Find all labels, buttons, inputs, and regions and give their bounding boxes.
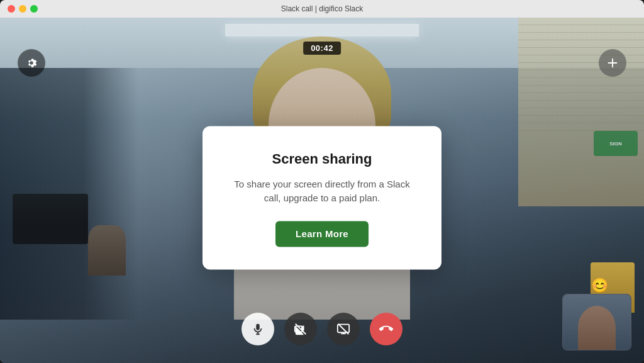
- emoji-button[interactable]: 😊: [590, 276, 609, 295]
- maximize-button[interactable]: [30, 5, 38, 13]
- close-button[interactable]: [8, 5, 15, 13]
- screen-sharing-modal: Screen sharing To share your screen dire…: [203, 126, 441, 269]
- app-window: Slack call | digifico Slack SIGN: [0, 0, 644, 363]
- controls-bar: [242, 313, 402, 345]
- traffic-lights: [8, 5, 38, 13]
- video-button[interactable]: [284, 313, 317, 345]
- title-bar: Slack call | digifico Slack: [0, 0, 644, 18]
- call-timer: 00:42: [303, 42, 341, 55]
- learn-more-button[interactable]: Learn More: [275, 221, 369, 247]
- minimize-button[interactable]: [19, 5, 26, 13]
- window-title: Slack call | digifico Slack: [281, 4, 364, 13]
- microphone-icon: [251, 322, 265, 336]
- modal-description: To share your screen directly from a Sla…: [225, 177, 419, 206]
- settings-button[interactable]: [18, 49, 45, 77]
- add-participant-button[interactable]: [599, 49, 626, 77]
- plus-icon: [606, 56, 619, 70]
- video-off-icon: [294, 322, 308, 336]
- gear-icon: [25, 56, 38, 70]
- video-area: SIGN: [0, 18, 644, 363]
- phone-end-icon: [379, 322, 393, 336]
- screen-share-icon: [336, 322, 350, 336]
- screen-share-button[interactable]: [327, 313, 360, 345]
- modal-title: Screen sharing: [225, 151, 419, 167]
- end-call-button[interactable]: [370, 313, 402, 345]
- thumbnail-video: [562, 294, 631, 350]
- thumbnail-person-video: [563, 294, 631, 350]
- microphone-button[interactable]: [242, 313, 274, 345]
